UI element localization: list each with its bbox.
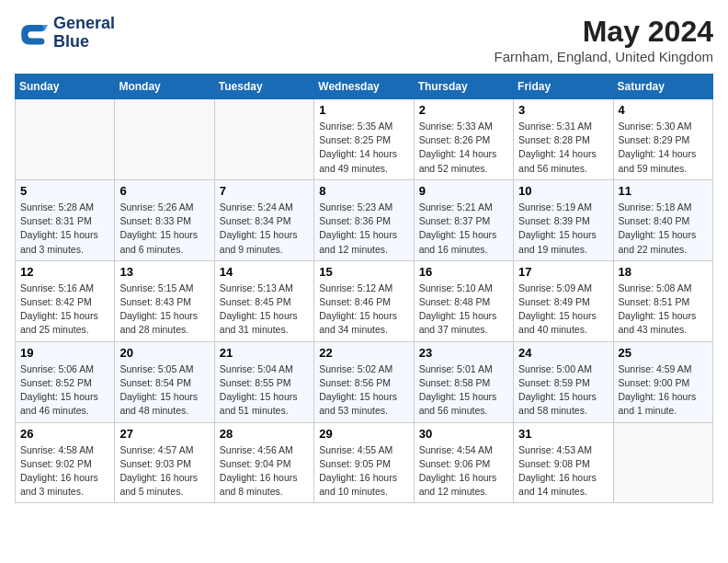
calendar-cell: 15Sunrise: 5:12 AM Sunset: 8:46 PM Dayli… <box>314 260 414 341</box>
calendar-cell <box>214 99 313 180</box>
calendar-cell: 9Sunrise: 5:21 AM Sunset: 8:37 PM Daylig… <box>414 179 513 260</box>
calendar-cell <box>115 99 214 180</box>
logo-line1: General <box>53 15 115 33</box>
day-number: 29 <box>319 427 408 441</box>
day-number: 3 <box>518 103 608 117</box>
day-info: Sunrise: 5:18 AM Sunset: 8:40 PM Dayligh… <box>619 201 708 257</box>
calendar-cell: 21Sunrise: 5:04 AM Sunset: 8:55 PM Dayli… <box>214 341 313 422</box>
day-number: 16 <box>419 265 508 279</box>
day-number: 23 <box>419 346 508 360</box>
calendar-cell: 10Sunrise: 5:19 AM Sunset: 8:39 PM Dayli… <box>514 179 613 260</box>
day-info: Sunrise: 5:26 AM Sunset: 8:33 PM Dayligh… <box>119 201 209 257</box>
day-number: 10 <box>518 184 608 198</box>
header-row: SundayMondayTuesdayWednesdayThursdayFrid… <box>16 75 713 99</box>
logo-icon <box>15 17 48 50</box>
day-number: 30 <box>419 427 508 441</box>
day-info: Sunrise: 5:28 AM Sunset: 8:31 PM Dayligh… <box>20 201 109 257</box>
calendar-week-2: 5Sunrise: 5:28 AM Sunset: 8:31 PM Daylig… <box>16 179 713 260</box>
calendar-week-3: 12Sunrise: 5:16 AM Sunset: 8:42 PM Dayli… <box>16 260 713 341</box>
day-number: 7 <box>220 184 309 198</box>
calendar-week-5: 26Sunrise: 4:58 AM Sunset: 9:02 PM Dayli… <box>16 422 713 503</box>
calendar-cell: 13Sunrise: 5:15 AM Sunset: 8:43 PM Dayli… <box>115 260 214 341</box>
day-info: Sunrise: 5:21 AM Sunset: 8:37 PM Dayligh… <box>419 201 508 257</box>
logo: General Blue <box>15 15 115 52</box>
day-number: 9 <box>419 184 508 198</box>
calendar-cell: 31Sunrise: 4:53 AM Sunset: 9:08 PM Dayli… <box>514 422 613 503</box>
header-day-thursday: Thursday <box>414 75 513 99</box>
day-info: Sunrise: 4:53 AM Sunset: 9:08 PM Dayligh… <box>518 443 608 500</box>
day-info: Sunrise: 5:35 AM Sunset: 8:25 PM Dayligh… <box>319 120 408 176</box>
page-subtitle: Farnham, England, United Kingdom <box>495 49 713 64</box>
calendar-cell: 1Sunrise: 5:35 AM Sunset: 8:25 PM Daylig… <box>314 99 414 180</box>
header-day-friday: Friday <box>514 75 613 99</box>
calendar-cell: 12Sunrise: 5:16 AM Sunset: 8:42 PM Dayli… <box>16 260 115 341</box>
day-info: Sunrise: 5:05 AM Sunset: 8:54 PM Dayligh… <box>119 362 209 419</box>
day-number: 14 <box>220 265 309 279</box>
day-info: Sunrise: 5:09 AM Sunset: 8:49 PM Dayligh… <box>518 282 608 338</box>
day-number: 22 <box>319 346 408 360</box>
day-number: 8 <box>319 184 408 198</box>
calendar-cell: 18Sunrise: 5:08 AM Sunset: 8:51 PM Dayli… <box>613 260 712 341</box>
day-info: Sunrise: 5:24 AM Sunset: 8:34 PM Dayligh… <box>220 201 309 257</box>
day-info: Sunrise: 5:04 AM Sunset: 8:55 PM Dayligh… <box>220 362 309 419</box>
day-info: Sunrise: 4:54 AM Sunset: 9:06 PM Dayligh… <box>419 443 508 500</box>
calendar-body: 1Sunrise: 5:35 AM Sunset: 8:25 PM Daylig… <box>16 99 713 503</box>
page-header: General Blue May 2024 Farnham, England, … <box>15 15 713 64</box>
day-number: 5 <box>20 184 109 198</box>
calendar-cell: 6Sunrise: 5:26 AM Sunset: 8:33 PM Daylig… <box>115 179 214 260</box>
day-info: Sunrise: 5:31 AM Sunset: 8:28 PM Dayligh… <box>518 120 608 176</box>
calendar-cell: 23Sunrise: 5:01 AM Sunset: 8:58 PM Dayli… <box>414 341 513 422</box>
header-day-monday: Monday <box>115 75 214 99</box>
logo-text: General Blue <box>53 15 115 52</box>
calendar-cell: 17Sunrise: 5:09 AM Sunset: 8:49 PM Dayli… <box>514 260 613 341</box>
day-number: 31 <box>518 427 608 441</box>
day-info: Sunrise: 5:19 AM Sunset: 8:39 PM Dayligh… <box>518 201 608 257</box>
day-number: 2 <box>419 103 508 117</box>
day-info: Sunrise: 5:15 AM Sunset: 8:43 PM Dayligh… <box>119 282 209 338</box>
day-number: 6 <box>119 184 209 198</box>
calendar-week-1: 1Sunrise: 5:35 AM Sunset: 8:25 PM Daylig… <box>16 99 713 180</box>
day-number: 4 <box>619 103 708 117</box>
day-number: 12 <box>20 265 109 279</box>
day-number: 20 <box>119 346 209 360</box>
day-info: Sunrise: 5:12 AM Sunset: 8:46 PM Dayligh… <box>319 282 408 338</box>
header-day-wednesday: Wednesday <box>314 75 414 99</box>
calendar-cell: 22Sunrise: 5:02 AM Sunset: 8:56 PM Dayli… <box>314 341 414 422</box>
calendar-week-4: 19Sunrise: 5:06 AM Sunset: 8:52 PM Dayli… <box>16 341 713 422</box>
calendar-cell: 26Sunrise: 4:58 AM Sunset: 9:02 PM Dayli… <box>16 422 115 503</box>
calendar-cell: 3Sunrise: 5:31 AM Sunset: 8:28 PM Daylig… <box>514 99 613 180</box>
day-number: 18 <box>619 265 708 279</box>
header-day-sunday: Sunday <box>16 75 115 99</box>
day-info: Sunrise: 5:01 AM Sunset: 8:58 PM Dayligh… <box>419 362 508 419</box>
page-title: May 2024 <box>495 15 713 49</box>
day-number: 17 <box>518 265 608 279</box>
calendar-cell: 19Sunrise: 5:06 AM Sunset: 8:52 PM Dayli… <box>16 341 115 422</box>
calendar-table: SundayMondayTuesdayWednesdayThursdayFrid… <box>15 74 713 503</box>
day-info: Sunrise: 5:06 AM Sunset: 8:52 PM Dayligh… <box>20 362 109 419</box>
header-day-saturday: Saturday <box>613 75 712 99</box>
day-number: 26 <box>20 427 109 441</box>
calendar-cell: 8Sunrise: 5:23 AM Sunset: 8:36 PM Daylig… <box>314 179 414 260</box>
day-info: Sunrise: 4:56 AM Sunset: 9:04 PM Dayligh… <box>220 443 309 500</box>
calendar-cell: 28Sunrise: 4:56 AM Sunset: 9:04 PM Dayli… <box>214 422 313 503</box>
calendar-cell <box>613 422 712 503</box>
day-info: Sunrise: 4:59 AM Sunset: 9:00 PM Dayligh… <box>619 362 708 419</box>
calendar-cell: 11Sunrise: 5:18 AM Sunset: 8:40 PM Dayli… <box>613 179 712 260</box>
day-number: 27 <box>119 427 209 441</box>
day-info: Sunrise: 5:16 AM Sunset: 8:42 PM Dayligh… <box>20 282 109 338</box>
calendar-cell: 5Sunrise: 5:28 AM Sunset: 8:31 PM Daylig… <box>16 179 115 260</box>
calendar-cell: 14Sunrise: 5:13 AM Sunset: 8:45 PM Dayli… <box>214 260 313 341</box>
day-info: Sunrise: 5:30 AM Sunset: 8:29 PM Dayligh… <box>619 120 708 176</box>
day-info: Sunrise: 5:10 AM Sunset: 8:48 PM Dayligh… <box>419 282 508 338</box>
day-info: Sunrise: 5:23 AM Sunset: 8:36 PM Dayligh… <box>319 201 408 257</box>
day-number: 28 <box>220 427 309 441</box>
calendar-cell: 2Sunrise: 5:33 AM Sunset: 8:26 PM Daylig… <box>414 99 513 180</box>
day-info: Sunrise: 5:33 AM Sunset: 8:26 PM Dayligh… <box>419 120 508 176</box>
day-number: 11 <box>619 184 708 198</box>
calendar-cell: 30Sunrise: 4:54 AM Sunset: 9:06 PM Dayli… <box>414 422 513 503</box>
calendar-cell: 25Sunrise: 4:59 AM Sunset: 9:00 PM Dayli… <box>613 341 712 422</box>
day-number: 15 <box>319 265 408 279</box>
header-day-tuesday: Tuesday <box>214 75 313 99</box>
day-info: Sunrise: 4:55 AM Sunset: 9:05 PM Dayligh… <box>319 443 408 500</box>
calendar-cell: 16Sunrise: 5:10 AM Sunset: 8:48 PM Dayli… <box>414 260 513 341</box>
